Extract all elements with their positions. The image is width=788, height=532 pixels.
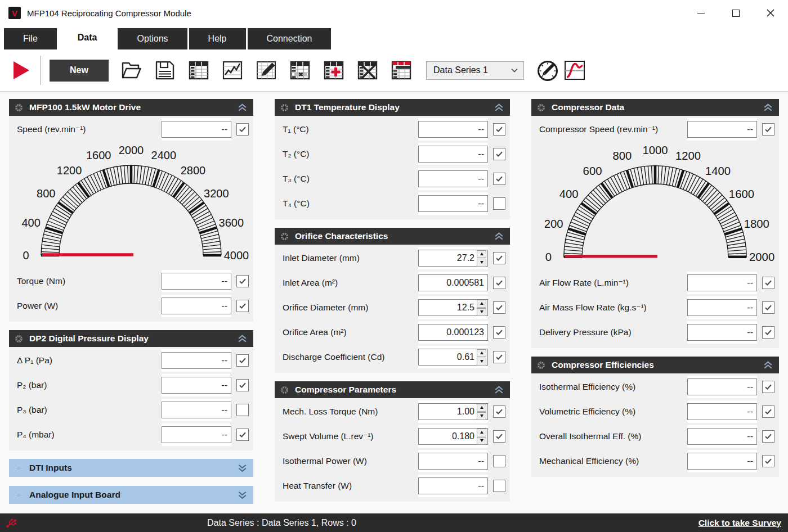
field-checkbox[interactable] [493,252,505,264]
panel-dt1-header[interactable]: DT1 Temperature Display [275,99,510,116]
value-box[interactable]: -- [418,170,488,187]
spin-down-button[interactable] [477,437,486,445]
panel-orifice-header[interactable]: Orifice Characteristics [275,228,510,245]
run-button[interactable] [14,60,33,80]
meter-button[interactable] [534,57,561,84]
field-checkbox[interactable] [236,404,249,416]
survey-link[interactable]: Click to take Survey [699,518,781,528]
field-checkbox[interactable] [236,123,249,136]
field-checkbox[interactable] [762,405,774,418]
panel-motor-drive-header[interactable]: MFP100 1.5kW Motor Drive [9,99,253,116]
field-checkbox[interactable] [236,429,249,441]
maximize-button[interactable] [718,0,753,26]
value-spinbox[interactable]: 12.5 [418,299,488,316]
value-spinbox[interactable]: 27.2 [418,250,488,267]
insert-row-button[interactable] [320,57,347,84]
value-box[interactable]: -- [418,195,488,212]
field-checkbox[interactable] [493,326,505,339]
value-spinbox[interactable]: 0.61 [418,349,488,366]
tab-options[interactable]: Options [118,28,187,49]
value-box[interactable]: -- [162,121,231,138]
spin-up-button[interactable] [477,300,486,308]
spin-down-button[interactable] [477,358,486,366]
spin-down-button[interactable] [477,259,486,267]
panel-efficiencies-header[interactable]: Compressor Efficiencies [531,357,779,373]
signal-curve-button[interactable] [561,57,588,84]
panel-compressor-parameters-header[interactable]: Compressor Parameters [275,381,510,398]
panel-dp2-header[interactable]: DP2 Digital Pressure Display [9,330,253,347]
spin-up-button[interactable] [477,250,486,258]
value-box[interactable]: -- [687,121,757,138]
field-checkbox[interactable] [236,275,249,287]
value-box[interactable]: -- [418,146,488,163]
field-checkbox[interactable] [762,123,774,136]
spin-up-button[interactable] [477,429,486,436]
tab-file[interactable]: File [4,28,57,49]
field-checkbox[interactable] [762,301,774,314]
close-button[interactable] [753,0,788,26]
open-file-button[interactable] [118,57,145,84]
field-checkbox[interactable] [493,351,505,363]
field-checkbox[interactable] [493,148,505,160]
field-checkbox[interactable] [493,405,505,418]
value-box[interactable]: 0.000123 [418,324,488,341]
value-box[interactable]: -- [687,299,757,316]
value-cell: -- [418,192,488,215]
value-box[interactable]: -- [687,378,757,395]
data-series-select[interactable]: Data Series 1 [426,61,524,80]
value-box[interactable]: -- [687,274,757,291]
value-spinbox[interactable]: 1.00 [418,403,488,420]
value-box[interactable]: -- [162,402,231,418]
field-checkbox[interactable] [762,455,774,467]
spin-down-button[interactable] [477,308,486,316]
value-box[interactable]: -- [687,324,757,341]
spin-up-button[interactable] [477,404,486,412]
edit-table-button[interactable] [253,57,280,84]
value-box[interactable]: -- [687,428,757,445]
field-checkbox[interactable] [762,381,774,393]
value-box[interactable]: -- [418,453,488,470]
delete-table-button[interactable] [354,57,381,84]
minimize-button[interactable] [683,0,718,26]
field-checkbox[interactable] [493,277,505,289]
value-box[interactable]: 0.000581 [418,274,488,291]
view-graph-button[interactable] [219,57,246,84]
tab-help[interactable]: Help [189,28,246,49]
delete-row-button[interactable] [286,57,314,84]
tab-connection[interactable]: Connection [248,28,332,49]
value-box[interactable]: -- [418,477,488,494]
value-box[interactable]: -- [162,273,231,290]
field-checkbox[interactable] [762,430,774,443]
field-checkbox[interactable] [762,277,774,289]
value-box[interactable]: -- [687,453,757,470]
value-box[interactable]: -- [162,352,231,369]
value-box[interactable]: -- [162,297,231,314]
value-box[interactable]: -- [162,377,231,394]
save-button[interactable] [151,57,178,84]
svg-text:200: 200 [544,218,563,230]
spin-up-button[interactable] [477,349,486,357]
tab-data[interactable]: Data [59,26,117,49]
panel-dti-inputs-collapsed[interactable]: DTI Inputs [9,459,253,477]
field-checkbox[interactable] [493,455,505,467]
value-box[interactable]: -- [687,403,757,420]
field-checkbox[interactable] [236,300,249,312]
value-box[interactable]: -- [162,426,231,443]
field-checkbox[interactable] [236,379,249,391]
panel-analogue-input-collapsed[interactable]: Analogue Input Board [9,486,253,504]
field-checkbox[interactable] [493,197,505,210]
field-checkbox[interactable] [493,301,505,314]
field-checkbox[interactable] [493,123,505,136]
field-checkbox[interactable] [493,430,505,443]
spin-down-button[interactable] [477,412,486,420]
field-checkbox[interactable] [762,326,774,339]
field-checkbox[interactable] [493,480,505,492]
view-table-button[interactable] [185,57,212,84]
field-checkbox[interactable] [493,173,505,185]
table-header-button[interactable] [388,57,415,84]
value-spinbox[interactable]: 0.180 [418,428,488,445]
panel-compressor-data-header[interactable]: Compressor Data [531,99,779,116]
field-checkbox[interactable] [236,354,249,367]
new-button[interactable]: New [50,60,109,82]
value-box[interactable]: -- [418,121,488,138]
